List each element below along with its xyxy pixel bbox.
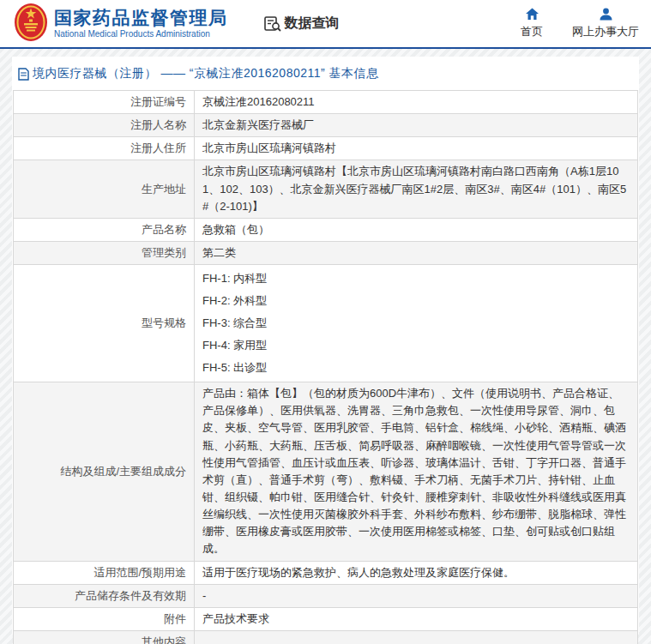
field-value: 适用于医疗现场的紧急救护、病人的急救处理及家庭医疗保健。: [195, 561, 638, 584]
top-nav: 首页 网上办事大厅: [521, 8, 639, 39]
table-row: 附件产品技术要求: [14, 607, 638, 630]
table-row: 产品名称急救箱（包）: [14, 218, 638, 241]
field-label: 生产地址: [14, 160, 195, 218]
table-row: 适用范围/预期用途适用于医疗现场的紧急救护、病人的急救处理及家庭医疗保健。: [14, 561, 638, 584]
field-value: 北京金新兴医疗器械厂: [195, 114, 638, 137]
model-spec-line: FH-1: 内科型: [202, 268, 630, 290]
model-spec-line: FH-4: 家用型: [202, 334, 630, 357]
field-label: 注册证编号: [14, 91, 195, 114]
field-value: -: [195, 584, 638, 607]
brand-subtitle: National Medical Products Administration: [54, 29, 228, 39]
table-row: 注册人住所北京市房山区琉璃河镇路村: [14, 137, 638, 160]
field-value: 产品技术要求: [195, 607, 638, 630]
table-row: 生产地址北京市房山区琉璃河镇路村【北京市房山区琉璃河镇路村南白路口西南角（A栋1…: [14, 160, 638, 218]
data-query-tab[interactable]: 数据查询: [264, 15, 340, 33]
nav-service-hall[interactable]: 网上办事大厅: [572, 8, 639, 39]
field-value: [195, 630, 638, 644]
table-row: 其他内容: [14, 630, 638, 644]
data-query-label: 数据查询: [285, 15, 340, 33]
breadcrumb-text: 境内医疗器械（注册） —— “京械注准20162080211” 基本信息: [33, 66, 379, 81]
user-icon: [599, 8, 613, 21]
table-row: 注册证编号京械注准20162080211: [14, 91, 638, 114]
field-value: 急救箱（包）: [195, 218, 638, 241]
field-label: 附件: [14, 607, 195, 630]
field-value: 北京市房山区琉璃河镇路村【北京市房山区琉璃河镇路村南白路口西南角（A栋1层101…: [195, 160, 638, 218]
table-row: 结构及组成/主要组成成分产品由：箱体【包】（包的材质为600D牛津布）、文件（使…: [14, 382, 638, 561]
nav-service-hall-label: 网上办事大厅: [572, 24, 639, 39]
nav-home[interactable]: 首页: [521, 8, 543, 39]
nav-home-label: 首页: [521, 24, 543, 39]
home-icon: [525, 8, 539, 21]
field-label: 产品名称: [14, 218, 195, 241]
field-value: 产品由：箱体【包】（包的材质为600D牛津布）、文件（使用说明书、产品合格证、产…: [195, 382, 638, 561]
data-query-icon: [264, 16, 281, 32]
document-icon: [18, 68, 29, 81]
national-emblem-icon: [14, 3, 48, 42]
field-label: 适用范围/预期用途: [14, 561, 195, 584]
table-row: 管理类别第二类: [14, 241, 638, 264]
table-row: 型号规格FH-1: 内科型FH-2: 外科型FH-3: 综合型FH-4: 家用型…: [14, 265, 638, 382]
info-table-body: 注册证编号京械注准20162080211注册人名称北京金新兴医疗器械厂注册人住所…: [14, 91, 638, 644]
registration-info-table: 注册证编号京械注准20162080211注册人名称北京金新兴医疗器械厂注册人住所…: [13, 90, 638, 644]
field-label: 结构及组成/主要组成成分: [14, 382, 195, 561]
model-spec-line: FH-2: 外科型: [202, 290, 630, 312]
table-row: 产品储存条件及有效期-: [14, 584, 638, 607]
model-spec-line: FH-5: 出诊型: [202, 357, 630, 379]
brand-title: 国家药品监督管理局: [54, 8, 228, 28]
breadcrumb: 境内医疗器械（注册） —— “京械注准20162080211” 基本信息: [13, 57, 638, 90]
field-value: 京械注准20162080211: [195, 91, 638, 114]
field-label: 注册人住所: [14, 137, 195, 160]
brand-logo[interactable]: 国家药品监督管理局 National Medical Products Admi…: [14, 6, 228, 42]
field-label: 其他内容: [14, 630, 195, 644]
content-panel: 境内医疗器械（注册） —— “京械注准20162080211” 基本信息 注册证…: [12, 57, 639, 635]
field-value: FH-1: 内科型FH-2: 外科型FH-3: 综合型FH-4: 家用型FH-5…: [195, 265, 638, 382]
field-value: 北京市房山区琉璃河镇路村: [195, 137, 638, 160]
field-label: 注册人名称: [14, 114, 195, 137]
page-background: 境内医疗器械（注册） —— “京械注准20162080211” 基本信息 注册证…: [0, 49, 651, 644]
field-label: 型号规格: [14, 265, 195, 382]
header: 国家药品监督管理局 National Medical Products Admi…: [0, 0, 651, 47]
table-row: 注册人名称北京金新兴医疗器械厂: [14, 114, 638, 137]
field-value: 第二类: [195, 241, 638, 264]
field-label: 管理类别: [14, 241, 195, 264]
field-label: 产品储存条件及有效期: [14, 584, 195, 607]
model-spec-line: FH-3: 综合型: [202, 312, 630, 334]
